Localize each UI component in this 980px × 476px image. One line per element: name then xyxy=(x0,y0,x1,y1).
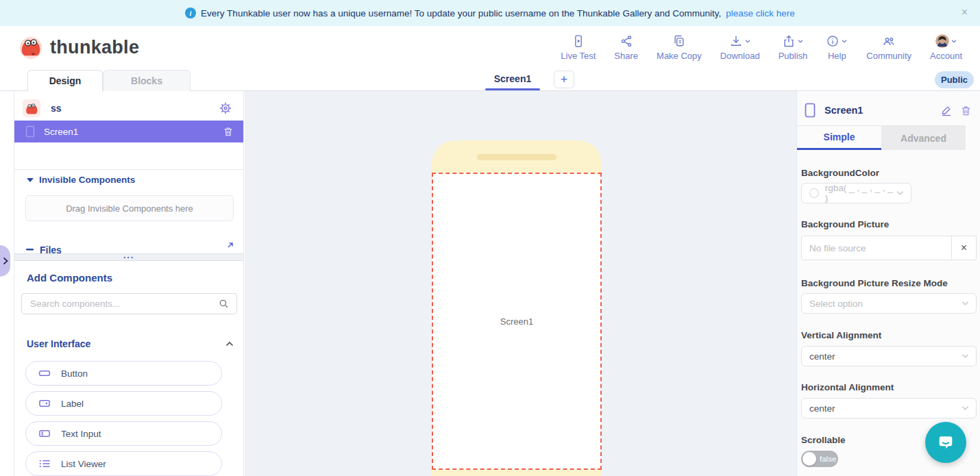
share-button[interactable]: Share xyxy=(614,34,638,61)
banner-close-icon[interactable]: × xyxy=(961,7,968,18)
tree-item-label: Screen1 xyxy=(44,127,78,137)
component-label: Text Input xyxy=(61,429,101,439)
invisible-components-header[interactable]: Invisible Components xyxy=(27,175,135,185)
clear-file-icon[interactable]: × xyxy=(951,236,976,260)
download-label: Download xyxy=(720,51,760,61)
chevron-right-icon xyxy=(3,257,8,265)
collapse-triangle-icon xyxy=(27,177,34,183)
collapse-minus-icon xyxy=(26,249,34,251)
header-actions: Live Test Share Make Copy xyxy=(561,34,980,61)
help-button[interactable]: Help xyxy=(826,34,848,61)
brand-name: thunkable xyxy=(50,37,139,58)
mascot-icon xyxy=(18,34,44,60)
community-icon xyxy=(881,34,896,48)
component-list-viewer[interactable]: List Viewer xyxy=(25,451,222,476)
list-viewer-icon xyxy=(38,457,51,471)
panel-resize-handle[interactable]: ··· xyxy=(14,253,243,261)
thunkable-logo[interactable]: thunkable xyxy=(18,34,139,60)
properties-panel: Screen1 Simple Advanced BackgroundColor … xyxy=(796,91,980,476)
design-canvas[interactable]: Screen1 xyxy=(245,91,796,476)
edit-pencil-icon[interactable] xyxy=(940,104,953,116)
make-copy-label: Make Copy xyxy=(657,51,702,61)
label-icon xyxy=(38,397,51,410)
share-icon xyxy=(620,34,633,48)
file-source-input[interactable] xyxy=(802,236,951,260)
background-picture-label: Background Picture xyxy=(801,219,889,229)
account-button[interactable]: Account xyxy=(930,34,962,61)
vertical-alignment-value: center xyxy=(809,351,835,362)
trash-icon[interactable] xyxy=(960,105,972,116)
live-test-icon xyxy=(572,34,585,48)
download-button[interactable]: Download xyxy=(720,34,760,61)
project-mascot-icon xyxy=(23,99,40,117)
chevron-down-icon xyxy=(896,190,904,196)
tab-design[interactable]: Design xyxy=(27,70,103,92)
community-button[interactable]: Community xyxy=(866,34,911,61)
expand-external-icon[interactable] xyxy=(225,242,234,250)
gear-icon[interactable] xyxy=(219,101,232,115)
tree-item-screen1[interactable]: Screen1 xyxy=(14,121,243,142)
component-button[interactable]: Button xyxy=(25,361,222,386)
chat-messenger-button[interactable] xyxy=(925,422,966,463)
scrollable-toggle[interactable]: false xyxy=(801,451,838,467)
resize-mode-label: Background Picture Resize Mode xyxy=(801,278,948,288)
invisible-components-dropzone[interactable]: Drag Invisible Components here xyxy=(25,195,234,221)
live-test-button[interactable]: Live Test xyxy=(561,34,596,61)
banner-link[interactable]: please click here xyxy=(726,8,795,18)
component-search xyxy=(21,293,237,314)
resize-mode-value: Select option xyxy=(809,299,863,309)
help-label: Help xyxy=(828,51,846,61)
tab-screen1[interactable]: Screen1 xyxy=(482,68,543,89)
tab-blocks-label: Blocks xyxy=(131,75,162,86)
dropzone-hint: Drag Invisible Components here xyxy=(66,203,193,214)
vertical-alignment-select[interactable]: center xyxy=(801,346,977,366)
component-label-item[interactable]: Label xyxy=(25,391,222,416)
add-screen-button[interactable]: + xyxy=(554,71,574,88)
caret-down-icon xyxy=(841,38,848,45)
live-test-label: Live Test xyxy=(561,51,596,61)
share-label: Share xyxy=(614,51,638,61)
component-text-input[interactable]: Text Input xyxy=(25,421,222,446)
chat-bubble-icon xyxy=(936,433,955,452)
panel-header: Screen1 xyxy=(797,101,980,119)
background-color-picker[interactable]: rgba( _ , _ , _ , _ ) xyxy=(801,183,911,203)
visibility-badge[interactable]: Public xyxy=(935,71,974,88)
section-divider xyxy=(14,169,243,170)
banner-message: Every Thunkable user now has a unique us… xyxy=(201,8,721,18)
component-label: Button xyxy=(61,368,88,379)
toggle-state: false xyxy=(820,455,836,463)
phone-mockup: Screen1 xyxy=(432,140,602,476)
panel-title: Screen1 xyxy=(824,105,863,116)
trash-icon[interactable] xyxy=(223,126,234,137)
app-header: thunkable Live Test Share Make Copy xyxy=(0,26,980,68)
publish-button[interactable]: Publish xyxy=(779,34,808,61)
tab-design-label: Design xyxy=(49,75,82,86)
active-tab-underline xyxy=(485,88,540,90)
chevron-down-icon xyxy=(961,301,969,306)
copy-icon xyxy=(672,34,686,48)
screen-name-label: Screen1 xyxy=(500,316,533,327)
search-input[interactable] xyxy=(22,299,218,309)
tab-simple[interactable]: Simple xyxy=(797,126,881,150)
publish-label: Publish xyxy=(779,51,808,61)
sidebar-expander-handle[interactable] xyxy=(0,245,10,277)
group-user-interface[interactable]: User Interface xyxy=(27,338,234,349)
publish-icon xyxy=(782,34,796,48)
phone-icon xyxy=(25,125,35,138)
background-color-label: BackgroundColor xyxy=(801,168,879,178)
tab-blocks[interactable]: Blocks xyxy=(103,70,191,91)
make-copy-button[interactable]: Make Copy xyxy=(657,34,702,61)
project-tree-header: ss xyxy=(14,96,243,121)
horizontal-alignment-select[interactable]: center xyxy=(801,398,977,418)
caret-down-icon xyxy=(951,38,957,45)
screen1-canvas[interactable]: Screen1 xyxy=(432,173,602,470)
resize-mode-select[interactable]: Select option xyxy=(801,293,977,314)
caret-down-icon xyxy=(744,38,751,45)
tab-advanced[interactable]: Advanced xyxy=(881,126,966,150)
toggle-knob xyxy=(803,452,816,466)
search-icon[interactable] xyxy=(218,298,230,310)
files-title: Files xyxy=(40,245,62,253)
community-label: Community xyxy=(866,51,911,61)
main-area: ss Screen1 Invisible Component xyxy=(0,91,980,476)
account-label: Account xyxy=(930,51,962,61)
